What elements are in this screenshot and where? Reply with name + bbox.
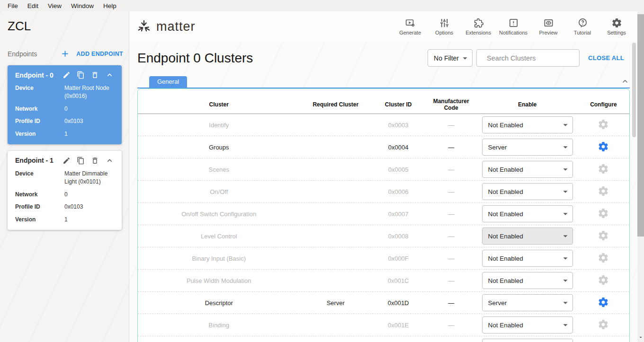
configure-gear-icon[interactable] xyxy=(598,297,609,308)
table-header-cell: Enable xyxy=(477,101,578,108)
configure-gear-icon[interactable] xyxy=(598,319,609,330)
endpoint-field-label: Network xyxy=(15,105,64,113)
cluster-row: Groups 0x0004 — Server xyxy=(138,136,629,158)
table-header-cell: Cluster xyxy=(138,101,300,108)
configure-gear-icon[interactable] xyxy=(598,185,609,197)
cluster-name: Binding xyxy=(138,322,300,329)
enable-select[interactable]: Not Enabled xyxy=(482,205,573,222)
edit-icon[interactable] xyxy=(63,157,71,165)
endpoint-field-label: Device xyxy=(15,170,64,186)
collapse-card-icon[interactable] xyxy=(105,156,114,165)
enable-select[interactable]: Not Enabled xyxy=(482,228,573,245)
delete-icon[interactable] xyxy=(91,71,99,79)
configure-gear-icon[interactable] xyxy=(598,230,609,241)
cluster-id: 0x001D xyxy=(371,299,425,307)
toolbar-button-generate[interactable]: Generate xyxy=(397,18,423,35)
cluster-id: 0x0007 xyxy=(371,210,425,218)
cluster-row: Binary Input (Basic) 0x000F — Not Enable… xyxy=(138,247,629,270)
enable-select[interactable]: Server xyxy=(482,294,573,311)
enable-select[interactable]: Not Enabled xyxy=(482,272,573,289)
page-header-row: Endpoint 0 Clusters No Filter CLOSE ALL xyxy=(137,49,624,67)
toolbar-button-options[interactable]: Options xyxy=(431,18,457,35)
cluster-row: On/Off 0x0006 — Not Enabled xyxy=(138,181,629,203)
required-cluster: Server xyxy=(300,299,372,307)
enable-select[interactable]: Not Enabled xyxy=(482,183,573,200)
edit-icon[interactable] xyxy=(63,71,71,79)
toolbar-button-notifications[interactable]: Notifications xyxy=(499,18,528,35)
cluster-id: 0x001E xyxy=(371,322,425,329)
enable-select[interactable]: Not Enabled xyxy=(482,250,573,267)
toolbar-label: Settings xyxy=(607,30,626,35)
menubar-item[interactable]: View xyxy=(43,1,66,10)
collapse-card-icon[interactable] xyxy=(105,70,114,79)
endpoint-field-row: Version 1 xyxy=(15,130,114,138)
app-title: ZCL xyxy=(0,11,129,34)
menubar-item[interactable]: Window xyxy=(66,1,98,10)
window-scrollbar-thumb[interactable] xyxy=(637,14,644,237)
configure-gear-icon[interactable] xyxy=(598,274,609,286)
enable-value: Server xyxy=(488,144,507,151)
cluster-name: Groups xyxy=(138,144,300,151)
caret-down-icon xyxy=(560,231,571,241)
toolbar-button-tutorial[interactable]: Tutorial xyxy=(569,18,596,35)
enable-select[interactable]: Not Enabled xyxy=(482,316,573,333)
endpoint-card-title: Endpoint - 1 xyxy=(15,157,56,164)
filter-value: No Filter xyxy=(434,54,459,62)
configure-gear-icon[interactable] xyxy=(598,141,609,152)
caret-down-icon xyxy=(560,298,571,308)
manufacturer-code: — xyxy=(425,233,477,240)
toolbar-label: Extensions xyxy=(465,30,491,35)
configure-gear-icon[interactable] xyxy=(598,252,609,263)
add-endpoint-button[interactable]: ADD ENDPOINT xyxy=(60,49,123,59)
toolbar-button-settings[interactable]: Settings xyxy=(603,18,630,35)
close-all-button[interactable]: CLOSE ALL xyxy=(588,54,624,61)
search-input[interactable] xyxy=(487,54,575,62)
collapse-panel-icon[interactable] xyxy=(620,77,630,86)
tab-general[interactable]: General xyxy=(149,76,187,88)
endpoint-field-label: Profile ID xyxy=(15,117,64,125)
table-header-cell: Required Cluster xyxy=(300,101,372,108)
filter-dropdown[interactable]: No Filter xyxy=(428,49,473,67)
cluster-row: Scenes 0x0005 — Not Enabled xyxy=(138,158,629,181)
cluster-id: 0x0008 xyxy=(371,233,425,240)
endpoint-field-row: Profile ID 0x0103 xyxy=(15,203,114,211)
endpoint-card[interactable]: Endpoint - 0 Device Matter Root Node (0x… xyxy=(8,65,122,144)
toolbar-button-extensions[interactable]: Extensions xyxy=(465,18,492,35)
enable-select[interactable]: Server xyxy=(482,139,573,156)
endpoint-field-value: Matter Dimmable Light (0x0101) xyxy=(64,170,114,186)
toolbar-label: Preview xyxy=(539,30,557,35)
enable-select[interactable]: Not Enabled xyxy=(482,116,573,133)
endpoint-field-value: 0 xyxy=(64,105,114,113)
endpoint-field-row: Device Matter Dimmable Light (0x0101) xyxy=(15,170,114,186)
menubar-item[interactable]: Help xyxy=(98,1,121,10)
configure-gear-icon[interactable] xyxy=(598,208,609,219)
copy-icon[interactable] xyxy=(77,71,85,79)
toolbar-label: Notifications xyxy=(499,30,528,35)
caret-down-icon xyxy=(560,186,571,197)
manufacturer-code: — xyxy=(425,122,477,129)
copy-icon[interactable] xyxy=(77,157,85,165)
endpoint-card[interactable]: Endpoint - 1 Device Matter Dimmable Ligh… xyxy=(8,151,122,230)
configure-gear-icon[interactable] xyxy=(598,163,609,175)
toolbar: Generate Options Extensions Notification… xyxy=(397,18,630,35)
cluster-row: Pulse Width Modulation 0x001C — Not Enab… xyxy=(138,270,629,292)
manufacturer-code: — xyxy=(425,210,477,218)
menubar-item[interactable]: Edit xyxy=(23,1,43,10)
menubar-item[interactable]: File xyxy=(3,1,23,10)
enable-select[interactable]: Not Enabled xyxy=(482,161,573,178)
window-scrollbar[interactable] xyxy=(637,11,644,342)
generate-icon xyxy=(405,18,416,28)
extensions-icon xyxy=(473,18,484,28)
cluster-name: Scenes xyxy=(138,166,300,173)
toolbar-button-preview[interactable]: Preview xyxy=(535,18,562,35)
matter-brand: matter xyxy=(136,18,196,35)
enable-select[interactable] xyxy=(482,339,573,342)
brand-name: matter xyxy=(156,19,196,34)
cluster-row: Identify 0x0003 — Not Enabled xyxy=(138,114,629,136)
delete-icon[interactable] xyxy=(91,157,99,165)
configure-gear-icon[interactable] xyxy=(598,119,609,130)
panel-scrollbar-thumb[interactable] xyxy=(632,43,636,137)
enable-value: Not Enabled xyxy=(488,166,523,173)
scroll-down-arrow-icon[interactable] xyxy=(637,334,644,340)
endpoint-field-row: Device Matter Root Node (0x0016) xyxy=(15,84,114,100)
